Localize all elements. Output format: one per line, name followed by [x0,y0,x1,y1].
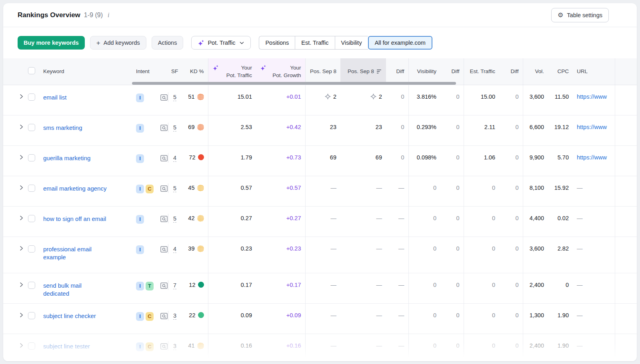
col-diff-est-traffic[interactable]: Diff [499,58,523,85]
expand-chevron-icon[interactable] [18,245,24,251]
sf-value[interactable]: 5 [173,124,176,131]
col-visibility[interactable]: Visibility [408,58,440,85]
col-est-traffic[interactable]: Est. Traffic [464,58,499,85]
url-link: — [577,342,583,349]
metric-dropdown[interactable]: Pot. Traffic [191,36,251,50]
expand-chevron-icon[interactable] [18,312,24,318]
col-cpc[interactable]: CPC [548,58,573,85]
row-checkbox[interactable] [28,245,35,253]
sf-value[interactable]: 3 [173,312,176,320]
table-row: sms marketing I 5 69 2.53 +0.42 23 23 0 … [3,115,637,145]
diff-c-value: 0 [515,93,518,100]
keyword-link[interactable]: subject line tester [43,343,90,350]
table-settings-button[interactable]: ⚙ Table settings [551,8,609,22]
col-keyword[interactable]: Keyword [35,58,127,85]
diff-c-value: 0 [515,124,518,130]
col-pot-growth-line1: Your [272,64,301,72]
horizontal-scrollbar-thumb[interactable] [132,82,456,85]
row-checkbox[interactable] [28,282,35,289]
intent-badge: I [136,124,144,133]
col-kd[interactable]: KD % [182,58,208,85]
sf-value[interactable]: 5 [173,185,176,192]
vol-value: 1,300 [530,312,544,318]
keyword-link[interactable]: sms marketing [43,124,82,131]
sf-value[interactable]: 7 [173,282,176,289]
col-diff-pos[interactable]: Diff [386,58,408,85]
serp-features-icon[interactable] [160,215,168,223]
keyword-link[interactable]: send bulk mail dedicated [43,282,82,297]
col-url[interactable]: URL [573,58,615,85]
segment-positions[interactable]: Positions [259,36,295,50]
segment-est-traffic[interactable]: Est. Traffic [295,36,334,50]
serp-features-icon[interactable] [160,312,168,320]
expand-chevron-icon[interactable] [18,93,24,99]
keyword-link[interactable]: email list [43,94,66,101]
info-icon[interactable]: i [108,12,109,19]
col-pot-growth[interactable]: YourPot. Growth [256,58,305,85]
url-link[interactable]: https://www [577,124,607,130]
cpc-value: 15.92 [554,185,569,191]
kd-circle [198,312,204,318]
expand-chevron-icon[interactable] [18,124,24,130]
col-sf[interactable]: SF [167,58,182,85]
expand-chevron-icon[interactable] [18,342,24,348]
serp-features-icon[interactable] [160,93,168,101]
add-keywords-button[interactable]: + Add keywords [90,36,146,50]
segment-visibility[interactable]: Visibility [335,36,368,50]
keyword-link[interactable]: email marketing agency [43,185,106,192]
keyword-link[interactable]: professional email example [43,246,92,261]
expand-chevron-icon[interactable] [18,215,24,221]
row-checkbox[interactable] [28,185,35,192]
intent-badges: IC [136,342,151,351]
intent-badges: I [136,215,151,224]
col-pos-current-sorted[interactable]: Pos. Sep 8 [340,58,386,85]
expand-chevron-icon[interactable] [18,185,24,191]
row-checkbox[interactable] [28,154,35,161]
diff-a-value: — [398,312,404,318]
col-diff-visibility[interactable]: Diff [440,58,464,85]
serp-features-icon[interactable] [160,185,168,193]
col-pot-traffic-line1: Your [226,64,252,72]
pos-a-value: 23 [330,124,336,130]
row-checkbox[interactable] [28,312,35,319]
sf-value[interactable]: 3 [173,343,176,350]
col-pos-previous[interactable]: Pos. Sep 8 [305,58,340,85]
serp-features-icon[interactable] [160,245,168,253]
keyword-link[interactable]: subject line checker [43,312,96,319]
row-checkbox[interactable] [28,124,35,131]
buy-more-keywords-button[interactable]: Buy more keywords [18,36,85,50]
serp-features-icon[interactable] [160,124,168,132]
segment-all-for-domain[interactable]: All for example.com [368,36,432,50]
kd-circle [198,154,204,160]
serp-features-icon[interactable] [160,282,168,290]
expand-chevron-icon[interactable] [18,282,24,288]
actions-button[interactable]: Actions [152,36,184,50]
diff-b-value: 0 [456,154,459,161]
table-row: send bulk mail dedicated IT 7 12 0.17 +0… [3,273,637,303]
col-volume[interactable]: Vol. [523,58,548,85]
expand-chevron-icon[interactable] [18,154,24,160]
url-link[interactable]: https://www [577,154,607,161]
cpc-value: 5.70 [558,154,569,161]
vol-value: 3,600 [530,93,544,100]
sf-value[interactable]: 5 [173,215,176,223]
row-checkbox[interactable] [28,342,35,350]
sf-value[interactable]: 5 [173,94,176,101]
visibility-value: 0 [433,312,436,318]
keyword-link[interactable]: guerilla marketing [43,155,90,161]
select-all-checkbox[interactable] [28,67,35,74]
col-intent[interactable]: Intent [127,58,155,85]
sf-value[interactable]: 4 [173,246,176,253]
url-link[interactable]: https://www [577,93,607,100]
pos-b-serp-icon [370,93,376,99]
sf-value[interactable]: 4 [173,155,176,162]
row-checkbox[interactable] [28,215,35,222]
serp-features-icon[interactable] [160,154,168,162]
serp-features-icon[interactable] [160,342,168,350]
kd-value: 69 [188,124,194,130]
visibility-value: 0 [433,185,436,191]
keyword-link[interactable]: how to sign off an email [43,215,106,222]
pot-traffic-value: 0.23 [241,245,252,252]
row-checkbox[interactable] [28,93,35,101]
col-pot-traffic[interactable]: YourPot. Traffic [208,58,256,85]
